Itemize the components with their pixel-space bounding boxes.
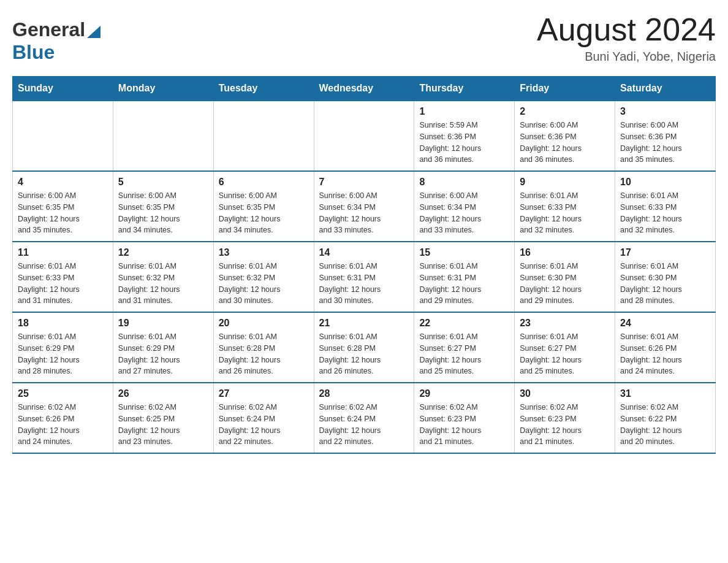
day-info: Sunrise: 6:00 AM Sunset: 6:36 PM Dayligh…	[620, 120, 710, 166]
calendar-week-5: 25Sunrise: 6:02 AM Sunset: 6:26 PM Dayli…	[13, 383, 716, 453]
day-info: Sunrise: 6:01 AM Sunset: 6:31 PM Dayligh…	[319, 261, 409, 307]
calendar-header-row: SundayMondayTuesdayWednesdayThursdayFrid…	[13, 77, 716, 101]
day-number: 3	[620, 106, 710, 117]
day-number: 1	[419, 106, 509, 117]
calendar-day: 16Sunrise: 6:01 AM Sunset: 6:30 PM Dayli…	[515, 242, 615, 312]
day-info: Sunrise: 6:01 AM Sunset: 6:33 PM Dayligh…	[520, 190, 610, 236]
day-info: Sunrise: 6:00 AM Sunset: 6:34 PM Dayligh…	[319, 190, 409, 236]
day-info: Sunrise: 6:01 AM Sunset: 6:30 PM Dayligh…	[620, 261, 710, 307]
calendar-header-thursday: Thursday	[414, 77, 515, 101]
calendar-day: 11Sunrise: 6:01 AM Sunset: 6:33 PM Dayli…	[13, 242, 113, 312]
calendar-day	[213, 101, 314, 171]
day-number: 13	[219, 247, 309, 258]
day-info: Sunrise: 6:00 AM Sunset: 6:34 PM Dayligh…	[419, 190, 509, 236]
day-number: 18	[18, 318, 108, 329]
calendar-header-tuesday: Tuesday	[213, 77, 314, 101]
day-number: 9	[520, 177, 610, 188]
calendar-day: 29Sunrise: 6:02 AM Sunset: 6:23 PM Dayli…	[414, 383, 515, 453]
calendar-day: 3Sunrise: 6:00 AM Sunset: 6:36 PM Daylig…	[615, 101, 716, 171]
day-info: Sunrise: 6:01 AM Sunset: 6:32 PM Dayligh…	[219, 261, 309, 307]
day-number: 28	[319, 388, 409, 399]
day-info: Sunrise: 6:02 AM Sunset: 6:26 PM Dayligh…	[18, 402, 108, 448]
calendar-week-2: 4Sunrise: 6:00 AM Sunset: 6:35 PM Daylig…	[13, 171, 716, 242]
day-number: 24	[620, 318, 710, 329]
month-title: August 2024	[537, 12, 716, 47]
calendar-day: 10Sunrise: 6:01 AM Sunset: 6:33 PM Dayli…	[615, 171, 716, 242]
calendar-header-wednesday: Wednesday	[314, 77, 414, 101]
day-number: 8	[419, 177, 509, 188]
location: Buni Yadi, Yobe, Nigeria	[537, 50, 716, 64]
day-number: 16	[520, 247, 610, 258]
day-number: 31	[620, 388, 710, 399]
day-info: Sunrise: 5:59 AM Sunset: 6:36 PM Dayligh…	[419, 120, 509, 166]
day-info: Sunrise: 6:02 AM Sunset: 6:24 PM Dayligh…	[219, 402, 309, 448]
day-info: Sunrise: 6:02 AM Sunset: 6:23 PM Dayligh…	[419, 402, 509, 448]
day-info: Sunrise: 6:01 AM Sunset: 6:32 PM Dayligh…	[118, 261, 208, 307]
calendar-day: 7Sunrise: 6:00 AM Sunset: 6:34 PM Daylig…	[314, 171, 414, 242]
logo-blue-text: Blue	[12, 41, 55, 63]
day-number: 5	[118, 177, 208, 188]
calendar-week-1: 1Sunrise: 5:59 AM Sunset: 6:36 PM Daylig…	[13, 101, 716, 171]
calendar-day: 9Sunrise: 6:01 AM Sunset: 6:33 PM Daylig…	[515, 171, 615, 242]
calendar-day: 8Sunrise: 6:00 AM Sunset: 6:34 PM Daylig…	[414, 171, 515, 242]
calendar-day: 21Sunrise: 6:01 AM Sunset: 6:28 PM Dayli…	[314, 312, 414, 383]
calendar-day: 26Sunrise: 6:02 AM Sunset: 6:25 PM Dayli…	[113, 383, 213, 453]
calendar-week-3: 11Sunrise: 6:01 AM Sunset: 6:33 PM Dayli…	[13, 242, 716, 312]
calendar-day: 23Sunrise: 6:01 AM Sunset: 6:27 PM Dayli…	[515, 312, 615, 383]
day-info: Sunrise: 6:01 AM Sunset: 6:27 PM Dayligh…	[520, 331, 610, 377]
calendar-day	[314, 101, 414, 171]
day-number: 14	[319, 247, 409, 258]
day-info: Sunrise: 6:01 AM Sunset: 6:33 PM Dayligh…	[18, 261, 108, 307]
calendar-day: 5Sunrise: 6:00 AM Sunset: 6:35 PM Daylig…	[113, 171, 213, 242]
svg-marker-0	[87, 26, 100, 38]
day-info: Sunrise: 6:02 AM Sunset: 6:23 PM Dayligh…	[520, 402, 610, 448]
calendar-header-monday: Monday	[113, 77, 213, 101]
day-info: Sunrise: 6:02 AM Sunset: 6:24 PM Dayligh…	[319, 402, 409, 448]
day-number: 2	[520, 106, 610, 117]
day-number: 15	[419, 247, 509, 258]
day-number: 25	[18, 388, 108, 399]
title-section: August 2024 Buni Yadi, Yobe, Nigeria	[537, 12, 716, 64]
calendar-header-sunday: Sunday	[13, 77, 113, 101]
calendar-day: 28Sunrise: 6:02 AM Sunset: 6:24 PM Dayli…	[314, 383, 414, 453]
calendar-day: 14Sunrise: 6:01 AM Sunset: 6:31 PM Dayli…	[314, 242, 414, 312]
day-number: 29	[419, 388, 509, 399]
day-number: 4	[18, 177, 108, 188]
day-number: 17	[620, 247, 710, 258]
day-info: Sunrise: 6:01 AM Sunset: 6:28 PM Dayligh…	[319, 331, 409, 377]
day-number: 11	[18, 247, 108, 258]
day-number: 27	[219, 388, 309, 399]
calendar-day: 19Sunrise: 6:01 AM Sunset: 6:29 PM Dayli…	[113, 312, 213, 383]
day-info: Sunrise: 6:01 AM Sunset: 6:27 PM Dayligh…	[419, 331, 509, 377]
logo: General Blue	[12, 12, 100, 64]
calendar-day: 31Sunrise: 6:02 AM Sunset: 6:22 PM Dayli…	[615, 383, 716, 453]
day-info: Sunrise: 6:01 AM Sunset: 6:29 PM Dayligh…	[18, 331, 108, 377]
page-header: General Blue August 2024 Buni Yadi, Yobe…	[12, 12, 716, 64]
calendar-day: 12Sunrise: 6:01 AM Sunset: 6:32 PM Dayli…	[113, 242, 213, 312]
calendar-header-saturday: Saturday	[615, 77, 716, 101]
calendar-week-4: 18Sunrise: 6:01 AM Sunset: 6:29 PM Dayli…	[13, 312, 716, 383]
day-number: 30	[520, 388, 610, 399]
day-info: Sunrise: 6:00 AM Sunset: 6:35 PM Dayligh…	[18, 190, 108, 236]
day-info: Sunrise: 6:01 AM Sunset: 6:26 PM Dayligh…	[620, 331, 710, 377]
calendar-day: 17Sunrise: 6:01 AM Sunset: 6:30 PM Dayli…	[615, 242, 716, 312]
day-number: 19	[118, 318, 208, 329]
calendar-day	[13, 101, 113, 171]
calendar-day: 30Sunrise: 6:02 AM Sunset: 6:23 PM Dayli…	[515, 383, 615, 453]
day-info: Sunrise: 6:01 AM Sunset: 6:30 PM Dayligh…	[520, 261, 610, 307]
day-info: Sunrise: 6:00 AM Sunset: 6:35 PM Dayligh…	[118, 190, 208, 236]
calendar-day: 1Sunrise: 5:59 AM Sunset: 6:36 PM Daylig…	[414, 101, 515, 171]
day-number: 7	[319, 177, 409, 188]
logo-general-text: General	[12, 18, 85, 41]
calendar-day: 24Sunrise: 6:01 AM Sunset: 6:26 PM Dayli…	[615, 312, 716, 383]
calendar-day: 15Sunrise: 6:01 AM Sunset: 6:31 PM Dayli…	[414, 242, 515, 312]
calendar-day: 6Sunrise: 6:00 AM Sunset: 6:35 PM Daylig…	[213, 171, 314, 242]
calendar-day: 22Sunrise: 6:01 AM Sunset: 6:27 PM Dayli…	[414, 312, 515, 383]
day-info: Sunrise: 6:01 AM Sunset: 6:28 PM Dayligh…	[219, 331, 309, 377]
calendar-day: 13Sunrise: 6:01 AM Sunset: 6:32 PM Dayli…	[213, 242, 314, 312]
day-number: 23	[520, 318, 610, 329]
day-info: Sunrise: 6:00 AM Sunset: 6:36 PM Dayligh…	[520, 120, 610, 166]
day-info: Sunrise: 6:01 AM Sunset: 6:31 PM Dayligh…	[419, 261, 509, 307]
calendar-day: 20Sunrise: 6:01 AM Sunset: 6:28 PM Dayli…	[213, 312, 314, 383]
logo-triangle-icon	[87, 21, 100, 38]
